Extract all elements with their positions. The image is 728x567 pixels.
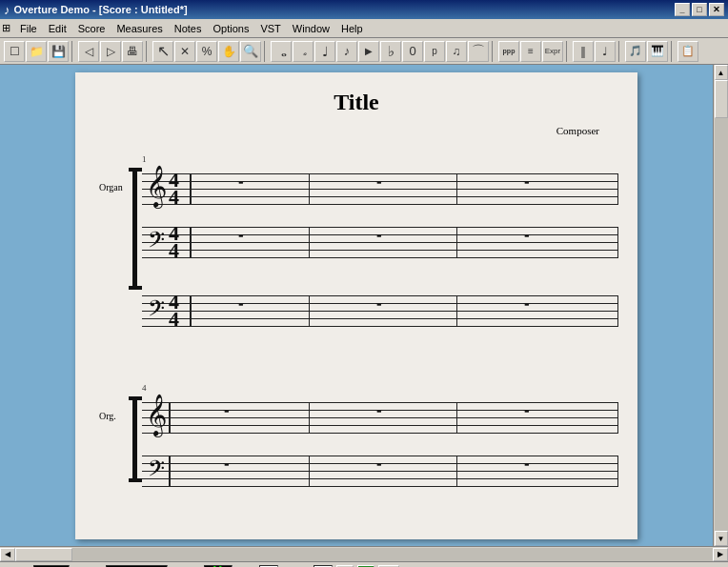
horizontal-scrollbar[interactable]: ◀ ▶ xyxy=(0,546,728,561)
hand-tool[interactable]: ✋ xyxy=(218,41,239,62)
staff-line-3 xyxy=(142,189,618,190)
vertical-scrollbar[interactable]: ▲ ▼ xyxy=(713,65,728,546)
bass-barline-end xyxy=(617,227,618,257)
new-button[interactable]: ☐ xyxy=(4,41,25,62)
menu-options[interactable]: Options xyxy=(208,21,255,36)
bracket-s2-top xyxy=(129,396,142,400)
staff-line-2 xyxy=(142,181,618,182)
menu-notes[interactable]: Notes xyxy=(169,21,208,36)
status-bar: View: 100% Track: Organ Voice: All Bar: … xyxy=(0,561,728,567)
menu-score[interactable]: Score xyxy=(72,21,111,36)
separator-1 xyxy=(71,41,75,62)
instrument-btn[interactable]: 🎹 xyxy=(647,41,668,62)
ped-opening-barline xyxy=(190,295,192,326)
scroll-up-button[interactable]: ▲ xyxy=(715,65,728,80)
treble-staff-1: 𝄞 4 4 𝄻 𝄻 𝄻 xyxy=(142,168,618,210)
quarter-note-btn[interactable]: ♩ xyxy=(314,41,335,62)
erase-tool[interactable]: ✕ xyxy=(174,41,195,62)
menu-window[interactable]: Window xyxy=(287,21,335,36)
scroll-down-button[interactable]: ▼ xyxy=(715,531,728,546)
bass-line-1 xyxy=(142,227,618,228)
open-button[interactable]: 📁 xyxy=(26,41,47,62)
barline-end xyxy=(617,173,618,204)
slur-btn[interactable]: ⌒ xyxy=(468,41,489,62)
zoom-tool[interactable]: 🔍 xyxy=(240,41,261,62)
scroll-thumb-h[interactable] xyxy=(15,548,72,561)
menu-edit[interactable]: Edit xyxy=(43,21,72,36)
bass-line-3 xyxy=(142,242,618,243)
whole-note-btn[interactable]: 𝅝 xyxy=(271,41,292,62)
natural-btn[interactable]: 0 xyxy=(402,41,423,62)
opening-barline xyxy=(190,173,192,204)
s2-opening-barline xyxy=(169,402,171,433)
scroll-track-h[interactable] xyxy=(15,548,713,561)
score-composer: Composer xyxy=(75,115,637,136)
play-btn[interactable]: ▶ xyxy=(358,41,379,62)
eighth-note-btn[interactable]: ♪ xyxy=(336,41,357,62)
separator-6 xyxy=(618,41,622,62)
app-icon: ♪ xyxy=(4,3,10,17)
save-button[interactable]: 💾 xyxy=(48,41,69,62)
undo-button[interactable]: ◁ xyxy=(78,41,99,62)
lines-btn[interactable]: ≡ xyxy=(520,41,541,62)
separator-7 xyxy=(671,41,675,62)
bracket xyxy=(132,168,137,290)
close-button[interactable]: ✕ xyxy=(709,3,724,16)
window-controls: _ □ ✕ xyxy=(675,3,724,16)
half-note-btn[interactable]: 𝅗 xyxy=(293,41,313,62)
print-button[interactable]: 🖶 xyxy=(122,41,143,62)
menu-icon: ⊞ xyxy=(2,22,10,34)
maximize-button[interactable]: □ xyxy=(692,3,707,16)
select-tool[interactable]: ↖ xyxy=(152,41,173,62)
menu-vst[interactable]: VST xyxy=(254,21,286,36)
s2-bass-opening xyxy=(169,456,171,486)
scroll-thumb-v[interactable] xyxy=(715,80,728,118)
menu-file[interactable]: File xyxy=(14,21,43,36)
percent-tool[interactable]: % xyxy=(196,41,217,62)
ped-line-2 xyxy=(142,303,618,304)
scroll-track-v[interactable] xyxy=(715,80,728,531)
separator-4 xyxy=(492,41,495,62)
score-title: Title xyxy=(75,72,637,115)
flat-btn[interactable]: ♭ xyxy=(380,41,401,62)
minimize-button[interactable]: _ xyxy=(675,3,690,16)
redo-button[interactable]: ▷ xyxy=(100,41,121,62)
title-bar: ♪ Overture Demo - [Score : Untitled*] _ … xyxy=(0,0,728,19)
treble-clef-1: 𝄞 xyxy=(142,160,171,213)
menu-measures[interactable]: Measures xyxy=(111,21,168,36)
note-special-btn[interactable]: ♫ xyxy=(446,41,467,62)
misc-btn[interactable]: 📋 xyxy=(677,41,698,62)
score-page: Title Composer 1 Organ xyxy=(75,72,637,539)
separator-2 xyxy=(146,41,150,62)
window-title: Overture Demo - [Score : Untitled*] xyxy=(14,4,676,15)
midi-btn[interactable]: 🎵 xyxy=(625,41,646,62)
treble-clef-2: 𝄞 xyxy=(142,389,171,441)
barline-btn[interactable]: ‖ xyxy=(573,41,594,62)
chord-btn[interactable]: ♩ xyxy=(595,41,616,62)
ped-barline-m2 xyxy=(309,295,310,326)
ped-line-4 xyxy=(142,318,618,319)
staff-line-4 xyxy=(142,196,618,197)
bracket-bottom xyxy=(129,286,142,290)
bracket-s2 xyxy=(132,396,137,482)
barline-m2 xyxy=(309,173,310,204)
bass-opening-barline xyxy=(190,227,192,257)
bass-line-2 xyxy=(142,234,618,235)
bass-time-bottom: 4 xyxy=(169,238,179,263)
scroll-right-button[interactable]: ▶ xyxy=(713,548,728,561)
dynamics-btn[interactable]: ppp xyxy=(498,41,519,62)
expr-btn[interactable]: Expr xyxy=(542,41,563,62)
score-area[interactable]: Title Composer 1 Organ xyxy=(0,65,713,546)
ped-dot2: • xyxy=(155,305,159,315)
separator-3 xyxy=(264,41,268,62)
ped-line-3 xyxy=(142,311,618,312)
ped-barline-m3 xyxy=(456,295,457,326)
bracket-top xyxy=(129,168,142,172)
ped-line-1 xyxy=(142,295,618,296)
menu-help[interactable]: Help xyxy=(335,21,369,36)
pedal-staff-1: 𝄢 • • 4 4 𝄻 𝄻 𝄻 xyxy=(142,290,618,332)
bass-staff-2: 𝄢 • • 𝄻 𝄻 𝄻 xyxy=(142,450,618,492)
piano-btn[interactable]: p xyxy=(424,41,445,62)
scroll-left-button[interactable]: ◀ xyxy=(0,548,15,561)
staff-line-1 xyxy=(142,173,618,174)
